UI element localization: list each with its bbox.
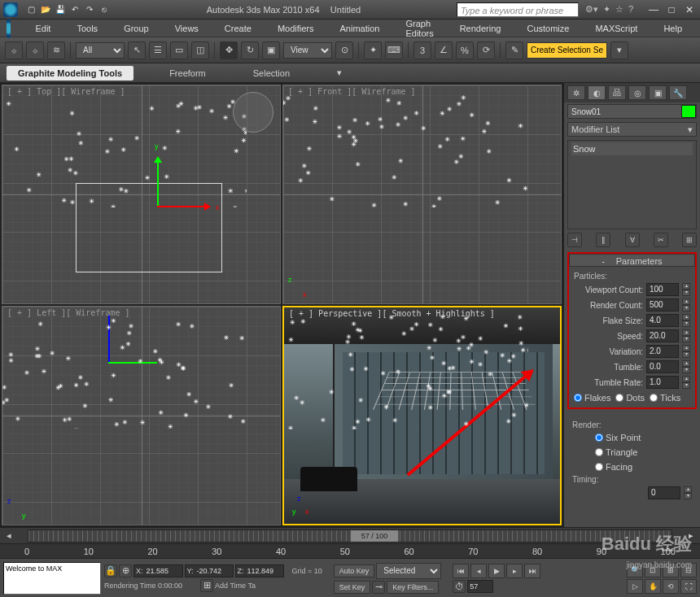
selection-filter-select[interactable]: All [76,42,125,59]
pin-stack-icon[interactable]: ⊣ [567,233,582,247]
tumble-input[interactable]: 0.0 [646,360,679,373]
menu-edit[interactable]: Edit [24,22,62,35]
manipulate-icon[interactable]: ✦ [364,41,382,59]
viewport-perspective[interactable]: [ + ] Perspective ][ Smooth + Highlights… [282,306,562,525]
menu-group[interactable]: Group [112,22,160,35]
spinner-buttons[interactable]: ▴▾ [682,283,690,296]
snap-toggle-icon[interactable]: 3 [413,41,431,59]
timeline-next-icon[interactable]: ▸ [689,530,693,541]
radio-ticks[interactable]: Ticks [650,393,680,403]
ref-coord-select[interactable]: View [283,42,332,59]
time-tag-icon[interactable]: ⊞ [200,579,213,592]
communication-icon[interactable]: ☆ [615,4,623,15]
viewport-top[interactable]: [ + ] Top ][ Wireframe ] yx [2,85,281,304]
menu-modifiers[interactable]: Modifiers [266,22,326,35]
edit-named-sel-icon[interactable]: ✎ [505,41,523,59]
timeline-prev-icon[interactable]: ◂ [7,530,11,541]
current-frame-input[interactable] [468,582,492,590]
minimize-button[interactable]: — [646,4,661,15]
fov-icon[interactable]: ▷ [627,579,643,594]
add-time-tag[interactable]: Add Time Ta [215,582,256,590]
rotate-icon[interactable]: ↻ [241,41,259,59]
viewport-left-label[interactable]: [ + ] Left ][ Wireframe ] [7,308,130,317]
zoom-extents-icon[interactable]: ⊞ [663,563,679,577]
modifier-stack[interactable]: Snow [567,140,697,229]
play-icon[interactable]: ▶ [488,564,505,578]
new-icon[interactable]: ▢ [24,3,37,16]
menu-graph-editors[interactable]: Graph Editors [394,17,444,40]
rollout-parameters-header[interactable]: - Parameters [569,254,695,267]
redo-icon[interactable]: ↷ [83,3,96,16]
select-icon[interactable]: ↖ [128,41,146,59]
next-frame-icon[interactable]: ▸ [506,564,523,578]
object-name-input[interactable] [568,107,681,116]
help-search-input[interactable]: Type a keyword or phrase [457,2,579,17]
goto-end-icon[interactable]: ⏭ [524,564,540,578]
remove-mod-icon[interactable]: ✂ [654,233,668,247]
zoom-extents-all-icon[interactable]: ⊟ [680,563,697,577]
viewport-left[interactable]: [ + ] Left ][ Wireframe ] y z [2,306,281,525]
radio-dots[interactable]: Dots [615,393,645,403]
radio-six-point[interactable]: Six Point [595,433,641,442]
set-key-button[interactable]: Set Key [334,581,371,594]
viewcube[interactable] [233,92,273,133]
pan-icon[interactable]: ✋ [645,579,661,594]
window-crossing-icon[interactable]: ◫ [191,41,209,59]
favorites-icon[interactable]: ? [628,4,633,15]
zoom-icon[interactable]: 🔍 [627,563,643,577]
app-menu-button[interactable] [7,19,11,38]
coord-x-input[interactable] [145,567,182,575]
select-region-icon[interactable]: ▭ [170,41,188,59]
prev-frame-icon[interactable]: ◂ [470,564,487,578]
link-icon[interactable]: ⟐ [5,41,23,59]
viewport-perspective-label[interactable]: [ + ] Perspective ][ Smooth + Highlights… [289,309,495,318]
time-slider[interactable]: ◂ 57 / 100 ▸ [0,527,700,543]
ribbon-expand-icon[interactable]: ▾ [326,65,353,81]
key-filter-select[interactable]: Selected [376,563,441,579]
viewport-front[interactable]: [ + ] Front ][ Wireframe ] x z [282,85,562,304]
menu-views[interactable]: Views [164,22,210,35]
modifier-list-select[interactable]: Modifier List▾ [567,122,697,137]
named-selection-input[interactable]: Create Selection Se [527,42,607,59]
time-config-icon[interactable]: ⏱ [453,580,466,593]
undo-icon[interactable]: ↶ [68,3,81,16]
spinner-snap-icon[interactable]: ⟳ [477,41,495,59]
menu-create[interactable]: Create [213,22,263,35]
radio-flakes[interactable]: Flakes [574,393,610,403]
menu-tools[interactable]: Tools [65,22,109,35]
keyboard-shortcut-icon[interactable]: ⌨ [385,41,403,59]
flake-size-input[interactable]: 4.0 [646,314,679,327]
tab-create-icon[interactable]: ✲ [567,85,585,100]
object-color-swatch[interactable] [681,105,696,118]
radio-triangle[interactable]: Triangle [595,447,637,457]
open-icon[interactable]: 📂 [39,3,52,16]
menu-help[interactable]: Help [652,22,693,35]
key-filters-button[interactable]: Key Filters... [387,581,439,594]
menu-customize[interactable]: Customize [515,22,580,35]
tab-display-icon[interactable]: ▣ [649,85,667,100]
coord-z-input[interactable] [246,567,283,575]
link-icon[interactable]: ⎋ [98,3,111,16]
configure-icon[interactable]: ⊞ [682,233,697,247]
select-name-icon[interactable]: ☰ [149,41,167,59]
tab-hierarchy-icon[interactable]: 品 [608,85,626,100]
make-unique-icon[interactable]: ∀ [625,233,640,247]
infocenter-icon[interactable]: ⚙▾ [585,4,598,15]
key-icon[interactable]: ⊸ [372,581,385,594]
auto-key-button[interactable]: Auto Key [334,564,375,577]
time-ruler[interactable]: 57 / 100 [28,529,672,543]
save-icon[interactable]: 💾 [54,3,67,16]
menu-animation[interactable]: Animation [329,22,392,35]
close-button[interactable]: ✕ [682,4,697,15]
bind-icon[interactable]: ≋ [47,41,65,59]
maxscript-listener[interactable]: Welcome to MAX [3,562,101,595]
speed-input[interactable]: 20.0 [646,329,679,342]
radio-facing[interactable]: Facing [595,462,632,472]
timing-start-input[interactable]: 0 [648,486,680,499]
viewport-front-label[interactable]: [ + ] Front ][ Wireframe ] [288,87,416,96]
ribbon-tab-graphite[interactable]: Graphite Modeling Tools [7,66,133,81]
tumble-rate-input[interactable]: 1.0 [646,376,679,389]
transform-type-icon[interactable]: ⊕ [119,564,132,577]
ribbon-tab-freeform[interactable]: Freeform [158,66,217,81]
orbit-icon[interactable]: ⟲ [663,579,679,594]
